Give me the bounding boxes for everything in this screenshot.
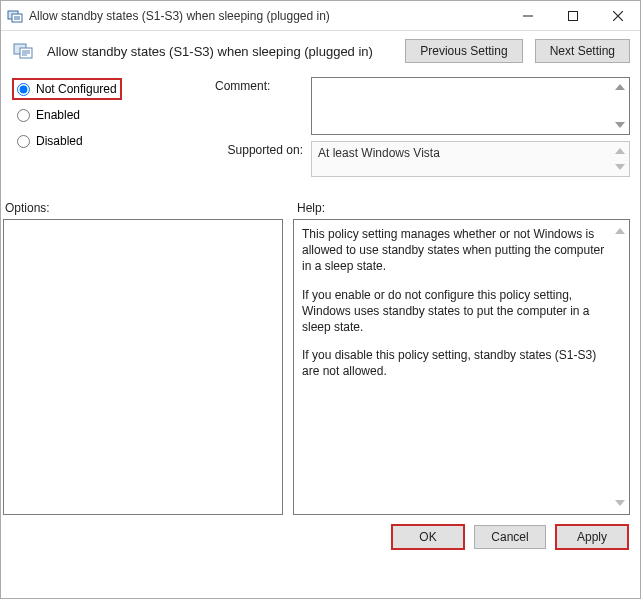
app-icon bbox=[7, 8, 23, 24]
radio-enabled-input[interactable] bbox=[17, 109, 30, 122]
help-label: Help: bbox=[295, 201, 630, 215]
previous-setting-button[interactable]: Previous Setting bbox=[405, 39, 522, 63]
chevron-up-icon[interactable] bbox=[613, 224, 627, 238]
help-paragraph-2: If you enable or do not configure this p… bbox=[302, 287, 613, 336]
supported-on-field: At least Windows Vista bbox=[311, 141, 630, 177]
titlebar: Allow standby states (S1-S3) when sleepi… bbox=[1, 1, 640, 31]
close-button[interactable] bbox=[595, 1, 640, 31]
comment-value bbox=[312, 78, 629, 86]
radio-not-configured-input[interactable] bbox=[17, 83, 30, 96]
svg-rect-2 bbox=[568, 12, 577, 21]
chevron-down-icon[interactable] bbox=[613, 496, 627, 510]
next-setting-button[interactable]: Next Setting bbox=[535, 39, 630, 63]
footer: OK Cancel Apply bbox=[1, 515, 640, 559]
radio-disabled-input[interactable] bbox=[17, 135, 30, 148]
supported-on-label: Supported on: bbox=[215, 141, 303, 157]
help-paragraph-1: This policy setting manages whether or n… bbox=[302, 226, 613, 275]
radio-disabled[interactable]: Disabled bbox=[13, 131, 87, 151]
supported-on-value: At least Windows Vista bbox=[318, 146, 440, 160]
help-box: This policy setting manages whether or n… bbox=[293, 219, 630, 515]
ok-button[interactable]: OK bbox=[392, 525, 464, 549]
svg-rect-1 bbox=[12, 14, 22, 22]
help-paragraph-3: If you disable this policy setting, stan… bbox=[302, 347, 613, 379]
chevron-down-icon[interactable] bbox=[613, 118, 627, 132]
header-title: Allow standby states (S1-S3) when sleepi… bbox=[47, 44, 397, 59]
chevron-down-icon[interactable] bbox=[613, 160, 627, 174]
options-box[interactable] bbox=[3, 219, 283, 515]
comment-label: Comment: bbox=[215, 77, 303, 93]
radio-enabled[interactable]: Enabled bbox=[13, 105, 84, 125]
radio-not-configured[interactable]: Not Configured bbox=[13, 79, 121, 99]
chevron-up-icon[interactable] bbox=[613, 144, 627, 158]
apply-button[interactable]: Apply bbox=[556, 525, 628, 549]
radio-not-configured-label: Not Configured bbox=[36, 82, 117, 96]
options-label: Options: bbox=[5, 201, 283, 215]
state-radio-group: Not Configured Enabled Disabled bbox=[11, 75, 211, 183]
comment-field[interactable] bbox=[311, 77, 630, 135]
window-title: Allow standby states (S1-S3) when sleepi… bbox=[29, 9, 505, 23]
policy-icon bbox=[11, 40, 39, 62]
maximize-button[interactable] bbox=[550, 1, 595, 31]
radio-enabled-label: Enabled bbox=[36, 108, 80, 122]
radio-disabled-label: Disabled bbox=[36, 134, 83, 148]
window-controls bbox=[505, 1, 640, 30]
minimize-button[interactable] bbox=[505, 1, 550, 31]
chevron-up-icon[interactable] bbox=[613, 80, 627, 94]
cancel-button[interactable]: Cancel bbox=[474, 525, 546, 549]
header: Allow standby states (S1-S3) when sleepi… bbox=[1, 31, 640, 75]
